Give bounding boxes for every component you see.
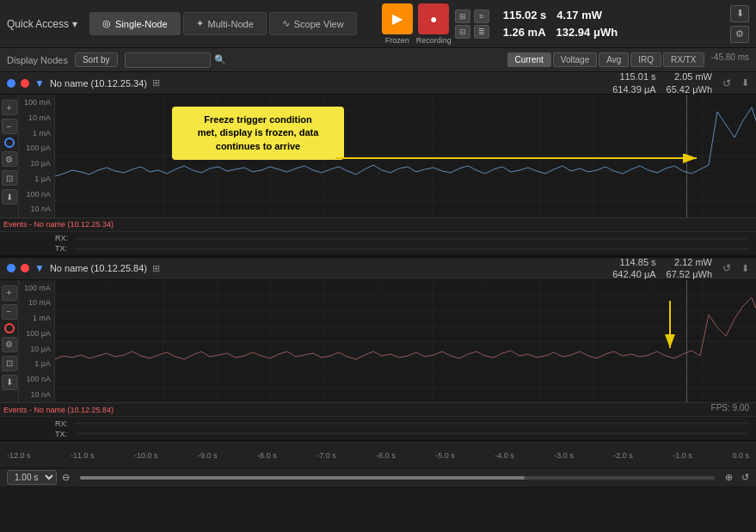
settings-icon[interactable]: ⚙ — [730, 26, 749, 43]
tab-multi-node[interactable]: ✦ Multi-Node — [183, 12, 267, 35]
tab-rxtx[interactable]: RX/TX — [663, 52, 704, 67]
ch1-export[interactable]: ⬇ — [2, 189, 17, 205]
energy-stat: 132.94 μWh — [556, 26, 618, 39]
multi-node-icon: ✦ — [196, 18, 204, 29]
search-input[interactable] — [125, 52, 211, 68]
ch2-waveform — [55, 280, 756, 403]
channel-1-body: + − ⚙ ⊡ ⬇ 100 mA 10 mA 1 mA 100 μA 10 μA… — [0, 95, 756, 217]
scope-view-icon: ∿ — [282, 18, 290, 29]
timeline-slider[interactable] — [80, 476, 715, 480]
ch2-y-axis: 100 mA 10 mA 1 mA 100 μA 10 μA 1 μA 100 … — [19, 280, 55, 403]
channel-2-name: No name (10.12.25.84) — [50, 263, 147, 273]
ch1-energy: 65.42 μWh — [667, 83, 712, 95]
ch2-waveform-svg — [55, 280, 756, 403]
time-stat: 115.02 s — [503, 9, 547, 21]
channel-1-header: ▼ No name (10.12.25.34) ⊞ 115.01 s 614.3… — [0, 72, 756, 95]
display-nodes-label: Display Nodes — [7, 55, 68, 65]
sort-by-button[interactable]: Sort by — [75, 52, 118, 67]
ch1-fit[interactable]: ⊡ — [2, 170, 17, 186]
channel-2-reset-icon[interactable]: ↺ — [722, 262, 731, 274]
ch1-rxtx-bar: RX: TX: — [0, 231, 756, 255]
ch2-energy: 67.52 μWh — [667, 268, 712, 280]
download-icon[interactable]: ⬇ — [730, 5, 749, 22]
channel-1-panel: ▼ No name (10.12.25.34) ⊞ 115.01 s 614.3… — [0, 72, 756, 258]
top-right-icons: ⬇ ⚙ — [730, 5, 749, 43]
ctrl-btn-1[interactable]: ⊞ — [455, 9, 470, 23]
channel-1-name: No name (10.12.25.34) — [50, 78, 147, 89]
channel-1-download-icon[interactable]: ⬇ — [741, 77, 749, 89]
ch2-current: 642.40 μA — [612, 268, 655, 280]
ch2-zoom-out[interactable]: − — [2, 304, 17, 320]
zoom-label: -45.80 ms — [711, 52, 749, 67]
channel-1-reset-icon[interactable]: ↺ — [722, 77, 731, 89]
ch2-power: 2.12 mW — [674, 256, 712, 268]
ch2-export[interactable]: ⬇ — [2, 375, 17, 390]
channel-2-body: + − ⚙ ⊡ ⬇ 100 mA 10 mA 1 mA 100 μA 10 μA… — [0, 280, 756, 403]
tab-voltage[interactable]: Voltage — [553, 52, 597, 67]
channel-1-warning-dot — [21, 79, 29, 88]
ch1-events-label: Events - No name (10.12.25.34) — [3, 220, 114, 229]
ch2-zoom-in[interactable]: + — [2, 285, 17, 301]
chevron-down-icon: ▾ — [72, 18, 77, 30]
ctrl-btn-2[interactable]: ⊟ — [455, 25, 470, 39]
ch1-events-bar: Events - No name (10.12.25.34) — [0, 217, 756, 231]
record-button-group: ● Recording — [416, 3, 452, 45]
ch1-power: 2.05 mW — [674, 72, 712, 83]
zoom-plus-icon[interactable]: ⊕ — [725, 472, 733, 483]
freeze-label: Frozen — [385, 36, 409, 45]
reset-view-icon[interactable]: ↺ — [741, 472, 749, 483]
ch1-color-dot[interactable] — [4, 138, 15, 148]
zoom-select[interactable]: 1.00 s 0.50 s 2.00 s — [7, 470, 57, 485]
filter-icon-2: ▼ — [34, 262, 45, 274]
channel-2-expand-icon[interactable]: ⊞ — [152, 263, 160, 274]
view-tabs: ◎ Single-Node ✦ Multi-Node ∿ Scope View — [89, 12, 360, 35]
freeze-button-group: ▶ Frozen — [382, 3, 413, 45]
second-bar: Display Nodes Sort by 🔍 Current Voltage … — [0, 48, 756, 72]
channel-2-panel: ▼ No name (10.12.25.84) ⊞ 114.85 s 642.4… — [0, 258, 756, 443]
filter-icon: ▼ — [34, 77, 45, 89]
channel-1-header-left: ▼ No name (10.12.25.34) ⊞ — [7, 77, 160, 89]
channel-1-active-dot — [7, 79, 15, 88]
ch1-current: 614.39 μA — [612, 83, 655, 95]
stats-panel: 115.02 s 4.17 mW 1.26 mA 132.94 μWh — [503, 7, 618, 40]
record-button[interactable]: ● — [418, 3, 449, 34]
timeline-bar: -12.0 s -11.0 s -10.0 s -9.0 s -8.0 s -7… — [0, 442, 756, 468]
right-tabs: Current Voltage Avg IRQ RX/TX -45.80 ms — [507, 52, 750, 67]
small-controls-2: ≡ ≣ — [474, 9, 489, 39]
ch2-color-dot[interactable] — [4, 323, 15, 333]
ctrl-btn-4[interactable]: ≣ — [474, 25, 489, 39]
ch2-rxtx-bar: RX: TX: — [0, 416, 756, 440]
channel-2-header-left: ▼ No name (10.12.25.84) ⊞ — [7, 262, 160, 274]
ch1-zoom-in[interactable]: + — [2, 100, 17, 115]
tab-avg[interactable]: Avg — [599, 52, 629, 67]
fps-label: FPS: 9.00 — [711, 403, 749, 413]
channel-2-stats: 114.85 s 642.40 μA 2.12 mW 67.52 μWh ↺ ⬇ — [612, 256, 749, 281]
channel-1-expand-icon[interactable]: ⊞ — [152, 77, 160, 89]
play-button[interactable]: ▶ — [382, 3, 413, 34]
recording-label: Recording — [416, 36, 452, 45]
power-stat: 4.17 mW — [556, 9, 602, 21]
ch1-y-controls: + − ⚙ ⊡ ⬇ — [0, 95, 19, 217]
ch1-zoom-out[interactable]: − — [2, 119, 17, 134]
ch2-fit[interactable]: ⊡ — [2, 356, 17, 371]
ctrl-btn-3[interactable]: ≡ — [474, 9, 489, 23]
bottom-bar: 1.00 s 0.50 s 2.00 s ⊖ ⊕ ↺ — [0, 468, 756, 486]
center-controls: ▶ Frozen ● Recording ⊞ ⊟ ≡ ≣ — [382, 3, 489, 45]
timeline-ticks: -12.0 s -11.0 s -10.0 s -9.0 s -8.0 s -7… — [7, 451, 749, 460]
main-content: ▼ No name (10.12.25.34) ⊞ 115.01 s 614.3… — [0, 72, 756, 442]
channel-2-download-icon[interactable]: ⬇ — [741, 263, 749, 274]
ch2-events-bar: Events - No name (10.12.25.84) — [0, 402, 756, 416]
current-stat: 1.26 mA — [503, 26, 546, 39]
quick-access-menu[interactable]: Quick Access ▾ — [7, 18, 77, 30]
tab-irq[interactable]: IRQ — [630, 52, 661, 67]
search-area: 🔍 — [125, 52, 226, 68]
tab-scope-view[interactable]: ∿ Scope View — [269, 12, 357, 35]
tab-single-node[interactable]: ◎ Single-Node — [89, 12, 181, 35]
channel-2-header: ▼ No name (10.12.25.84) ⊞ 114.85 s 642.4… — [0, 258, 756, 280]
zoom-minus-icon[interactable]: ⊖ — [62, 472, 70, 483]
ch2-settings[interactable]: ⚙ — [2, 337, 17, 352]
ch1-settings[interactable]: ⚙ — [2, 151, 17, 167]
tab-current[interactable]: Current — [507, 52, 551, 67]
quick-access-label: Quick Access — [7, 18, 69, 30]
channel-2-active-dot — [7, 264, 15, 272]
